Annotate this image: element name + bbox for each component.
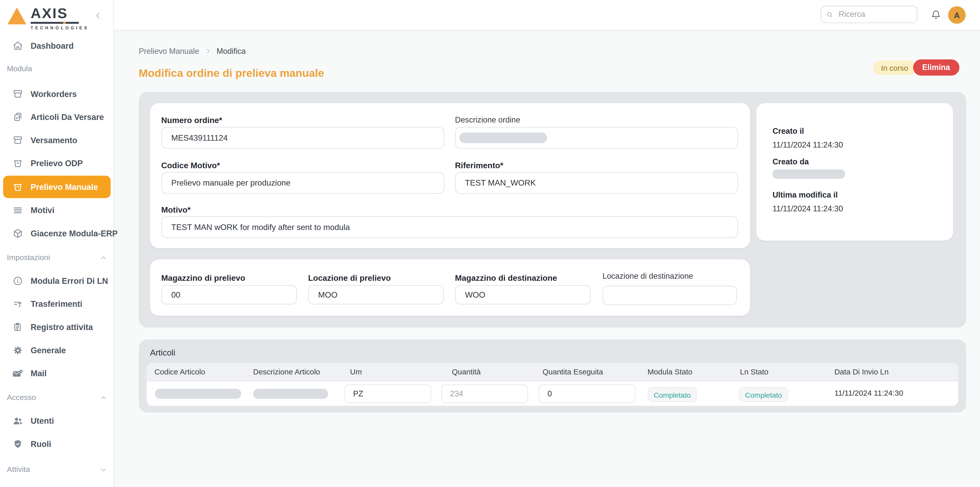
table-header: Codice Articolo Descrizione Articolo Um …: [147, 363, 958, 381]
breadcrumb-current: Modifica: [217, 47, 246, 56]
app-window: AXIS TECHNOLOGIES Dashboard Modula Worko…: [0, 0, 980, 487]
descrizione-ordine-label: Descrizione ordine: [455, 116, 520, 124]
sidebar-collapse-icon[interactable]: [94, 11, 102, 20]
sidebar-section-impostazioni[interactable]: Impostazioni: [7, 253, 107, 262]
status-badge: In corso: [873, 61, 916, 75]
magazzino-prelievo-label: Magazzino di prelievo: [161, 273, 245, 283]
clipboard-check-icon: [13, 111, 23, 122]
motivo-input[interactable]: [161, 216, 738, 238]
search-icon: [826, 10, 833, 18]
meta-card: Creato il 11/11/2024 11:24:30 Creato da …: [756, 103, 953, 241]
sidebar-item-prelievo-manuale[interactable]: Prelievo Manuale: [3, 176, 110, 198]
modula-stato-badge: Completato: [648, 387, 697, 402]
bin-minus-icon: [13, 181, 23, 192]
sidebar-section-modula: Modula: [7, 64, 107, 73]
bin-minus-icon: [13, 158, 23, 169]
creato-il-label: Creato il: [773, 127, 804, 135]
warehouse-card: Magazzino di prelievo Locazione di preli…: [150, 259, 750, 315]
users-icon: [13, 415, 23, 426]
sidebar-item-motivi[interactable]: Motivi: [3, 201, 110, 219]
creato-da-label: Creato da: [773, 158, 809, 166]
codice-motivo-input[interactable]: [161, 172, 444, 194]
col-data-di-invio-ln: Data Di Invio Ln: [834, 363, 888, 381]
redacted-value: [773, 169, 845, 179]
riferimento-input[interactable]: [455, 172, 738, 194]
creato-il-value: 11/11/2024 11:24:30: [773, 141, 843, 149]
sidebar-item-utenti[interactable]: Utenti: [3, 411, 110, 430]
sidebar-section-accesso[interactable]: Accesso: [7, 393, 107, 402]
col-ln-stato: Ln Stato: [740, 363, 768, 381]
articles-panel: Articoli Codice Articolo Descrizione Art…: [139, 339, 966, 413]
ultima-modifica-value: 11/11/2024 11:24:30: [773, 204, 843, 213]
col-modula-stato: Modula Stato: [648, 363, 692, 381]
breadcrumb-parent[interactable]: Prelievo Manuale: [139, 47, 199, 56]
redacted-value: [155, 389, 241, 399]
sidebar-item-trasferimenti[interactable]: Trasferimenti: [3, 294, 110, 313]
magazzino-destinazione-input[interactable]: [455, 285, 590, 304]
data-di-invio-value: 11/11/2024 11:24:30: [834, 389, 903, 398]
locazione-prelievo-label: Locazione di prelievo: [308, 273, 391, 283]
redacted-value: [253, 389, 328, 399]
clipboard-list-icon: [13, 321, 23, 332]
sort-up-icon: [13, 298, 23, 309]
numero-ordine-label: Numero ordine*: [161, 116, 222, 125]
package-icon: [13, 228, 23, 239]
chevron-down-icon: [100, 466, 107, 473]
order-panel: Numero ordine* Descrizione ordine Codice…: [139, 92, 966, 328]
col-um: Um: [350, 363, 362, 381]
gear-icon: [13, 345, 23, 356]
ultima-modifica-label: Ultima modifica il: [773, 191, 838, 199]
table-row: Completato Completato 11/11/2024 11:24:3…: [147, 380, 958, 406]
articles-title: Articoli: [150, 348, 175, 358]
sidebar-section-attivita[interactable]: Attivita: [7, 465, 107, 474]
main-content: Prelievo Manuale Modifica Modifica ordin…: [114, 30, 980, 487]
sidebar-item-mail[interactable]: Mail: [3, 364, 110, 382]
locazione-prelievo-input[interactable]: [308, 285, 444, 304]
quantita-input[interactable]: [441, 384, 528, 403]
sidebar-item-modula-errori-di-ln[interactable]: Modula Errori Di LN: [3, 271, 110, 290]
sidebar: AXIS TECHNOLOGIES Dashboard Modula Worko…: [0, 0, 114, 487]
breadcrumb: Prelievo Manuale Modifica: [139, 47, 246, 56]
delete-button[interactable]: Elimina: [913, 59, 959, 76]
locazione-destinazione-input[interactable]: [603, 286, 737, 305]
numero-ordine-input[interactable]: [161, 127, 444, 149]
sidebar-item-workorders[interactable]: Workorders: [3, 84, 110, 103]
bell-icon[interactable]: [931, 10, 942, 20]
magazzino-prelievo-input[interactable]: [161, 285, 297, 304]
search-box: [821, 6, 918, 23]
motivo-label: Motivo*: [161, 205, 191, 215]
logo-rule: [30, 22, 79, 24]
avatar[interactable]: A: [948, 6, 966, 24]
chevron-up-icon: [100, 254, 107, 261]
sidebar-item-dashboard[interactable]: Dashboard: [3, 36, 110, 55]
redacted-value: [460, 132, 547, 143]
chevron-up-icon: [100, 394, 107, 401]
col-descrizione-articolo: Descrizione Articolo: [253, 363, 320, 381]
col-quantita-eseguita: Quantita Eseguita: [542, 363, 603, 381]
locazione-destinazione-label: Locazione di destinazione: [603, 272, 693, 280]
riferimento-label: Riferimento*: [455, 161, 503, 170]
order-form-card: Numero ordine* Descrizione ordine Codice…: [150, 103, 750, 248]
sidebar-item-giacenze-modula-erp[interactable]: Giacenze Modula-ERP: [3, 224, 110, 242]
search-input[interactable]: [837, 10, 912, 19]
um-input[interactable]: [344, 384, 431, 403]
menu-icon: [13, 205, 23, 215]
magazzino-destinazione-label: Magazzino di destinazione: [455, 273, 557, 283]
logo-subtitle: TECHNOLOGIES: [30, 25, 89, 30]
col-quantita: Quantità: [452, 363, 481, 381]
chevron-right-icon: [205, 48, 211, 54]
logo-wordmark: AXIS: [30, 6, 89, 21]
sidebar-item-prelievo-odp[interactable]: Prelievo ODP: [3, 154, 110, 172]
sidebar-item-generale[interactable]: Generale: [3, 341, 110, 360]
sidebar-item-ruoli[interactable]: Ruoli: [3, 434, 110, 453]
archive-icon: [13, 135, 23, 145]
logo-triangle-icon: [7, 7, 26, 24]
mail-gear-icon: [13, 368, 23, 379]
archive-icon: [13, 89, 23, 99]
sidebar-item-articoli-da-versare[interactable]: Articoli Da Versare: [3, 107, 110, 126]
axis-logo: AXIS TECHNOLOGIES: [7, 6, 89, 30]
shield-check-icon: [13, 439, 23, 449]
quantita-eseguita-input[interactable]: [539, 384, 636, 403]
sidebar-item-registro-attivita[interactable]: Registro attivita: [3, 318, 110, 336]
sidebar-item-versamento[interactable]: Versamento: [3, 131, 110, 149]
